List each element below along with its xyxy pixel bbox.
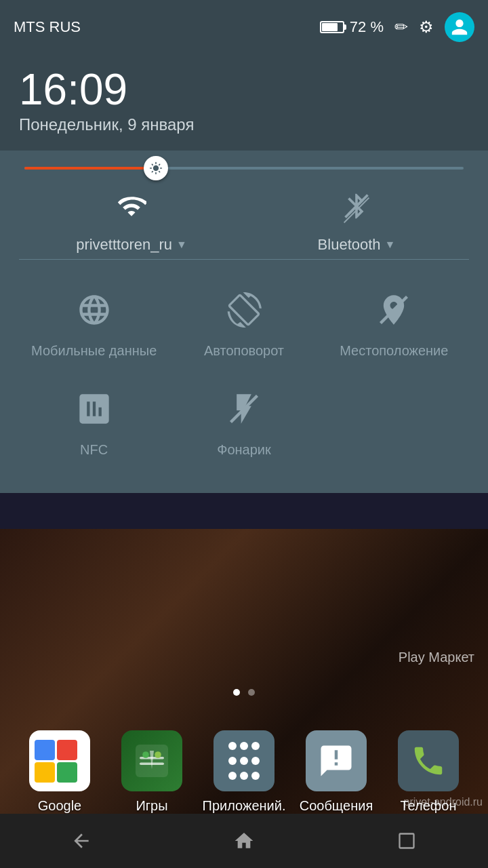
games-label: Игры [136,798,167,814]
flashlight-button[interactable]: Фонарик [169,378,319,471]
app-google[interactable]: Google [22,730,97,814]
mobile-data-label: Мобильные данные [31,343,157,359]
avatar[interactable] [445,12,474,42]
bluetooth-label: Bluetooth [318,236,381,254]
toggle-row: privetttoren_ru ▼ Bluetooth ▼ [19,191,469,260]
wifi-label: privetttoren_ru [76,236,172,254]
battery-indicator: 72 % [320,18,384,36]
back-button[interactable] [54,814,108,868]
app-messages[interactable]: Сообщения [299,730,373,814]
play-market-text: Play Маркет [399,650,474,665]
nfc-label: NFC [80,442,108,458]
date-display: Понедельник, 9 января [19,115,469,134]
wifi-toggle[interactable]: privetttoren_ru ▼ [19,191,244,260]
svg-rect-9 [400,834,414,848]
auto-rotate-label: Автоповорот [204,343,284,359]
quick-grid-row1: Мобильные данные Автоповорот [19,279,469,372]
app-launcher[interactable]: Приложений. [207,730,281,814]
wifi-icon [117,191,146,228]
wifi-label-row: privetttoren_ru ▼ [76,236,187,254]
status-right: 72 % ✏ ⚙ [320,12,474,42]
svg-point-6 [142,751,149,758]
dot-1 [233,689,240,696]
bluetooth-label-row: Bluetooth ▼ [318,236,396,254]
brightness-slider[interactable] [24,167,464,170]
location-button[interactable]: Местоположение [319,279,469,372]
messages-icon [306,730,367,791]
brightness-thumb[interactable] [144,156,168,180]
flashlight-icon [226,391,262,434]
recents-button[interactable] [380,814,434,868]
battery-icon [320,21,344,33]
status-bar: MTS RUS 72 % ✏ ⚙ [0,0,488,54]
watermark: privet-android.ru [404,796,483,808]
google-icon [29,730,90,791]
svg-point-7 [155,751,161,758]
time-section: 16:09 Понедельник, 9 января [0,54,488,151]
dot-2 [248,689,255,696]
time-display: 16:09 [19,68,469,111]
wifi-dropdown-arrow[interactable]: ▼ [176,239,187,251]
nfc-button[interactable]: NFC [19,378,169,471]
bluetooth-toggle[interactable]: Bluetooth ▼ [244,191,469,260]
messages-label: Сообщения [300,798,373,814]
games-icon [121,730,182,791]
flashlight-label: Фонарик [217,442,271,458]
auto-rotate-icon [226,292,262,335]
mobile-data-button[interactable]: Мобильные данные [19,279,169,372]
phone-icon [398,730,459,791]
edit-icon[interactable]: ✏ [394,18,408,37]
apps-icon [214,730,274,791]
apps-label: Приложений. [203,798,286,814]
nfc-icon [77,391,112,434]
quick-grid-row2: NFC Фонарик [19,378,469,471]
app-games[interactable]: Игры [115,730,189,814]
home-button[interactable] [217,814,271,868]
brightness-filled [24,167,156,170]
brightness-row [19,167,469,170]
mobile-data-icon [77,292,112,335]
notification-panel: 16:09 Понедельник, 9 января [0,54,488,493]
bluetooth-dropdown-arrow[interactable]: ▼ [385,239,396,251]
dots-indicator [0,678,488,707]
location-icon [376,292,411,335]
bluetooth-icon [342,191,371,228]
battery-fill [322,23,338,31]
settings-icon[interactable]: ⚙ [419,18,434,37]
battery-percentage: 72 % [350,18,384,36]
location-label: Местоположение [340,343,448,359]
google-label: Google [38,798,82,814]
auto-rotate-button[interactable]: Автоповорот [169,279,319,372]
carrier-label: MTS RUS [14,18,81,36]
quick-settings: privetttoren_ru ▼ Bluetooth ▼ [0,151,488,493]
navigation-bar [0,814,488,868]
